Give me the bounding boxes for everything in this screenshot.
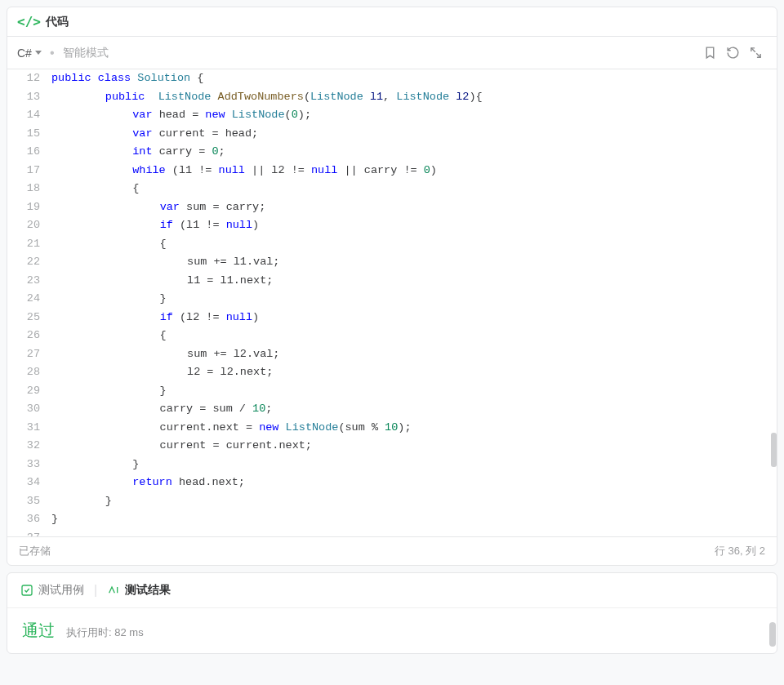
code-line[interactable]: public class Solution { — [51, 69, 777, 88]
scrollbar-thumb[interactable] — [771, 433, 777, 467]
code-line[interactable]: var head = new ListNode(0); — [51, 106, 777, 125]
line-number: 16 — [14, 143, 40, 162]
code-line[interactable]: public ListNode AddTwoNumbers(ListNode l… — [51, 88, 777, 107]
line-number: 12 — [14, 69, 40, 88]
line-number: 33 — [14, 456, 40, 474]
tab-testcases-label: 测试用例 — [38, 583, 84, 598]
code-line[interactable]: if (l1 != null) — [51, 216, 777, 235]
line-number: 15 — [14, 125, 40, 144]
code-line[interactable]: if (l2 != null) — [51, 309, 777, 327]
code-line[interactable]: sum += l2.val; — [51, 345, 777, 364]
code-line[interactable]: } — [51, 456, 777, 474]
line-number: 26 — [14, 327, 40, 345]
code-line[interactable]: } — [51, 510, 777, 529]
code-line[interactable]: l2 = l2.next; — [51, 363, 777, 382]
code-line[interactable]: int carry = 0; — [51, 143, 777, 162]
line-number: 35 — [14, 492, 40, 511]
code-line[interactable]: var sum = carry; — [51, 198, 777, 217]
code-line[interactable]: current = current.next; — [51, 437, 777, 456]
title-bar: </> 代码 — [7, 7, 777, 37]
code-line[interactable]: carry = sum / 10; — [51, 400, 777, 419]
svg-rect-0 — [22, 585, 32, 595]
editor-toolbar: C# • 智能模式 — [7, 37, 777, 69]
code-editor[interactable]: 1213141516171819202122232425262728293031… — [7, 69, 777, 536]
status-bar: 已存储 行 36, 列 2 — [7, 536, 777, 565]
code-line[interactable]: current.next = new ListNode(sum % 10); — [51, 419, 777, 438]
language-label: C# — [17, 47, 32, 60]
tab-divider: | — [94, 583, 97, 598]
result-body: 通过 执行用时: 82 ms — [7, 608, 777, 653]
code-line[interactable]: { — [51, 235, 777, 254]
code-line[interactable]: } — [51, 492, 777, 511]
code-line[interactable]: { — [51, 327, 777, 345]
line-number: 32 — [14, 437, 40, 456]
line-number: 36 — [14, 510, 40, 529]
line-number: 24 — [14, 290, 40, 309]
code-line[interactable]: } — [51, 382, 777, 401]
line-number: 13 — [14, 88, 40, 107]
line-number: 37 — [14, 529, 40, 537]
tab-testcases[interactable]: 测试用例 — [17, 581, 87, 599]
mode-label: 智能模式 — [63, 46, 109, 60]
line-number: 20 — [14, 216, 40, 235]
separator-dot: • — [50, 46, 55, 60]
bookmark-icon[interactable] — [698, 42, 721, 64]
code-icon: </> — [17, 14, 41, 29]
results-panel: 测试用例 | 测试结果 通过 执行用时: 82 ms — [7, 572, 777, 654]
code-line[interactable]: { — [51, 180, 777, 198]
line-number: 19 — [14, 198, 40, 217]
line-number: 17 — [14, 162, 40, 180]
tab-results[interactable]: 测试结果 — [104, 581, 174, 599]
fullscreen-icon[interactable] — [744, 42, 767, 64]
results-tabs: 测试用例 | 测试结果 — [7, 573, 777, 608]
reset-icon[interactable] — [721, 42, 744, 64]
saved-status: 已存储 — [19, 544, 51, 558]
panel-title: 代码 — [46, 15, 69, 29]
results-scrollbar-thumb[interactable] — [769, 622, 776, 647]
line-number: 23 — [14, 272, 40, 291]
line-number: 22 — [14, 253, 40, 272]
line-number: 34 — [14, 474, 40, 492]
line-number: 27 — [14, 345, 40, 364]
line-number: 29 — [14, 382, 40, 401]
code-line[interactable] — [51, 529, 777, 537]
execution-time: 执行用时: 82 ms — [66, 625, 144, 640]
line-number: 30 — [14, 400, 40, 419]
cursor-position: 行 36, 列 2 — [715, 544, 765, 558]
code-content[interactable]: public class Solution { public ListNode … — [51, 69, 777, 536]
line-number: 18 — [14, 180, 40, 198]
code-line[interactable]: while (l1 != null || l2 != null || carry… — [51, 162, 777, 180]
code-line[interactable]: return head.next; — [51, 474, 777, 492]
code-panel: </> 代码 C# • 智能模式 12131415161718192021222… — [7, 7, 777, 566]
code-line[interactable]: sum += l1.val; — [51, 253, 777, 272]
code-line[interactable]: var current = head; — [51, 125, 777, 144]
line-number: 31 — [14, 419, 40, 438]
code-line[interactable]: } — [51, 290, 777, 309]
language-selector[interactable]: C# — [17, 47, 42, 60]
result-pass-label: 通过 — [22, 620, 55, 642]
line-gutter: 1213141516171819202122232425262728293031… — [7, 69, 51, 536]
chevron-down-icon — [35, 51, 42, 55]
line-number: 28 — [14, 363, 40, 382]
tab-results-label: 测试结果 — [125, 583, 171, 598]
line-number: 21 — [14, 235, 40, 254]
line-number: 25 — [14, 309, 40, 327]
line-number: 14 — [14, 106, 40, 125]
code-line[interactable]: l1 = l1.next; — [51, 272, 777, 291]
